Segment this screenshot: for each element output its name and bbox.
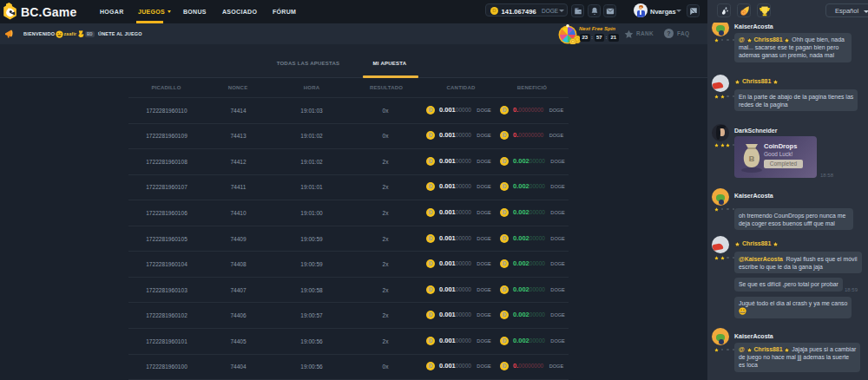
svg-text:ʙ: ʙ [749,153,755,163]
